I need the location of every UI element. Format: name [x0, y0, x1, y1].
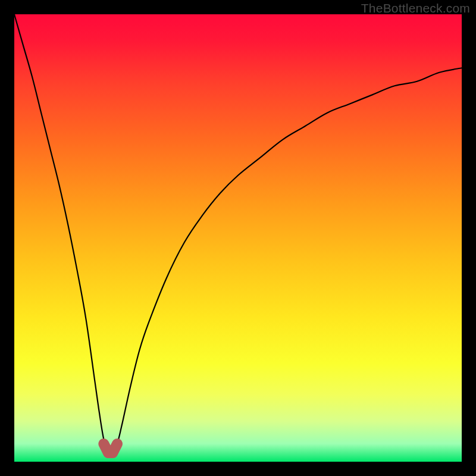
plot-area: [14, 14, 462, 462]
watermark-text: TheBottleneck.com: [361, 1, 470, 15]
minimum-marker: [104, 444, 117, 453]
bottleneck-curve: [14, 14, 462, 455]
bottleneck-chart: [14, 14, 462, 462]
